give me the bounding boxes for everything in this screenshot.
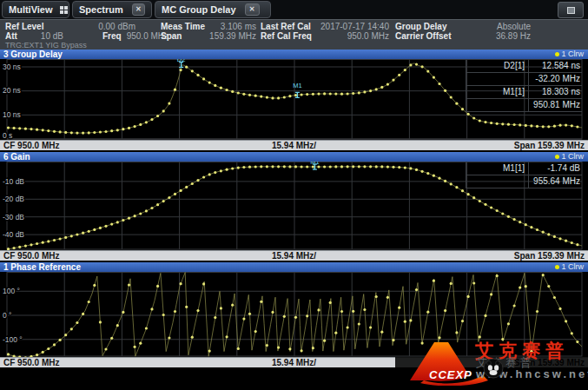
analyzer-screen: MultiView Spectrum ✕ MC Group Delay ✕ Re… [0, 0, 588, 390]
last-ref-cal-label: Last Ref Cal [261, 22, 316, 31]
meas-time-label: Meas Time [161, 22, 208, 31]
trace-legend[interactable]: 1 Clrw [555, 50, 584, 59]
span-label: Span [161, 31, 208, 41]
header-col-cal: Last Ref Cal 2017-07-17 14:40 Ref Cal Fr… [261, 22, 389, 41]
panel-gain: 6 Gain 1 Clrw M1-10 dB-20 dB-30 dB-40 dB… [0, 152, 588, 261]
carrier-offset-value: 36.89 Hz [461, 31, 531, 41]
svg-text:-30 dB: -30 dB [3, 213, 24, 221]
group-delay-marker-table: D2[1]12.584 ns -32.20 MHz M1[1]18.303 ns… [466, 60, 582, 112]
freq-per-division: 15.94 MHz/ [272, 358, 316, 367]
trace-color-dot [555, 52, 559, 56]
center-frequency: CF 950.0 MHz [3, 358, 59, 367]
ref-level-label: Ref Level [5, 22, 50, 31]
svg-text:-20 dB: -20 dB [3, 195, 24, 203]
meas-time-value: 3.106 ms [208, 22, 256, 31]
svg-text:D2: D2 [177, 59, 186, 63]
watermark: CCEXP 艾克赛普 艾克赛普 www.hncsw.net [365, 335, 588, 390]
svg-text:-100 °: -100 ° [3, 335, 23, 344]
svg-text:30 ns: 30 ns [3, 63, 21, 71]
group-delay-value: Absolute [461, 22, 531, 31]
panel-group-delay-titlebar[interactable]: 3 Group Delay 1 Clrw [0, 50, 588, 59]
panda-logo-icon [483, 358, 504, 379]
svg-text:100 °: 100 ° [3, 287, 20, 295]
ref-cal-freq-value: 950.0 MHz [316, 31, 389, 41]
tab-mc-group-delay-label: MC Group Delay [162, 4, 236, 15]
svg-text:M1: M1 [310, 162, 319, 166]
panel-phase-reference-title: 1 Phase Reference [3, 262, 81, 272]
panel-gain-title: 6 Gain [3, 152, 30, 162]
header-col-level: Ref Level 0.00 dBm Att 10 dB Freq 950.0 … [5, 22, 168, 41]
multiview-grid-icon [60, 6, 68, 14]
ref-level-value: 0.00 dBm [50, 22, 135, 31]
trace-legend[interactable]: 1 Clrw [555, 262, 584, 272]
group-delay-label: Group Delay [395, 22, 461, 31]
marker-row: -32.20 MHz [466, 73, 582, 86]
tab-spectrum-label: Spectrum [79, 4, 123, 15]
span-readout: Span 159.39 MHz [514, 141, 585, 150]
span-value: 159.39 MHz [208, 31, 256, 41]
tab-mc-group-delay[interactable]: MC Group Delay ✕ [155, 1, 271, 18]
panel-phase-reference-titlebar[interactable]: 1 Phase Reference 1 Clrw [0, 262, 588, 272]
tab-multiview-label: MultiView [9, 4, 53, 15]
svg-text:-10 dB: -10 dB [3, 177, 24, 186]
marker-row: D2[1]12.584 ns [466, 60, 582, 73]
trigger-status: TRG:EXT1 YIG Bypass [5, 41, 87, 50]
svg-text:10 ns: 10 ns [3, 110, 21, 119]
att-value: 10 dB [24, 31, 63, 41]
window-icon [567, 7, 575, 14]
marker-row: M1[1]-1.74 dB [466, 162, 582, 175]
header-col-sweep: Meas Time 3.106 ms Span 159.39 MHz [161, 22, 256, 41]
att-label: Att [5, 31, 24, 41]
marker-row: 955.64 MHz [466, 175, 582, 188]
tab-bar: MultiView Spectrum ✕ MC Group Delay ✕ [0, 0, 588, 19]
span-readout: Span 159.39 MHz [514, 251, 585, 261]
ref-cal-freq-label: Ref Cal Freq [261, 31, 316, 41]
tab-multiview[interactable]: MultiView [2, 1, 69, 18]
gain-plot[interactable]: M1-10 dB-20 dB-30 dB-40 dB M1[1]-1.74 dB… [0, 162, 588, 250]
trace-legend[interactable]: 1 Clrw [555, 152, 584, 162]
freq-per-division: 15.94 MHz/ [272, 141, 316, 150]
center-frequency: CF 950.0 MHz [3, 251, 59, 261]
panel-gain-titlebar[interactable]: 6 Gain 1 Clrw [0, 152, 588, 162]
display-menu-button[interactable] [558, 2, 584, 18]
carrier-offset-label: Carrier Offset [395, 31, 461, 41]
group-delay-plot[interactable]: D2M130 ns20 ns10 ns0 s D2[1]12.584 ns -3… [0, 59, 588, 140]
close-icon[interactable]: ✕ [132, 3, 145, 16]
svg-text:20 ns: 20 ns [3, 86, 21, 95]
svg-text:M1: M1 [293, 82, 301, 89]
last-ref-cal-value: 2017-07-17 14:40 [316, 22, 389, 31]
tab-spectrum[interactable]: Spectrum ✕ [72, 1, 152, 18]
marker-row: M1[1]18.303 ns [466, 86, 582, 99]
freq-label: Freq [102, 31, 122, 41]
svg-text:-40 dB: -40 dB [3, 230, 24, 239]
trace-color-dot [555, 155, 559, 159]
group-delay-footer: CF 950.0 MHz 15.94 MHz/ Span 159.39 MHz [0, 140, 588, 150]
gain-footer: CF 950.0 MHz 15.94 MHz/ Span 159.39 MHz [0, 250, 588, 261]
center-frequency: CF 950.0 MHz [3, 141, 59, 150]
gain-marker-table: M1[1]-1.74 dB 955.64 MHz [466, 162, 582, 188]
svg-text:0 °: 0 ° [3, 311, 12, 320]
panel-group-delay-title: 3 Group Delay [3, 50, 63, 59]
measurement-header: Ref Level 0.00 dBm Att 10 dB Freq 950.0 … [0, 19, 588, 50]
svg-text:0 s: 0 s [3, 131, 12, 140]
trace-color-dot [555, 265, 559, 269]
marker-row: 950.81 MHz [466, 99, 582, 112]
freq-per-division: 15.94 MHz/ [272, 251, 316, 261]
header-col-mode: Group Delay Absolute Carrier Offset 36.8… [395, 22, 531, 41]
ccexp-text: CCEXP [429, 368, 472, 381]
close-icon[interactable]: ✕ [245, 3, 260, 16]
panel-group-delay: 3 Group Delay 1 Clrw D2M130 ns20 ns10 ns… [0, 50, 588, 150]
